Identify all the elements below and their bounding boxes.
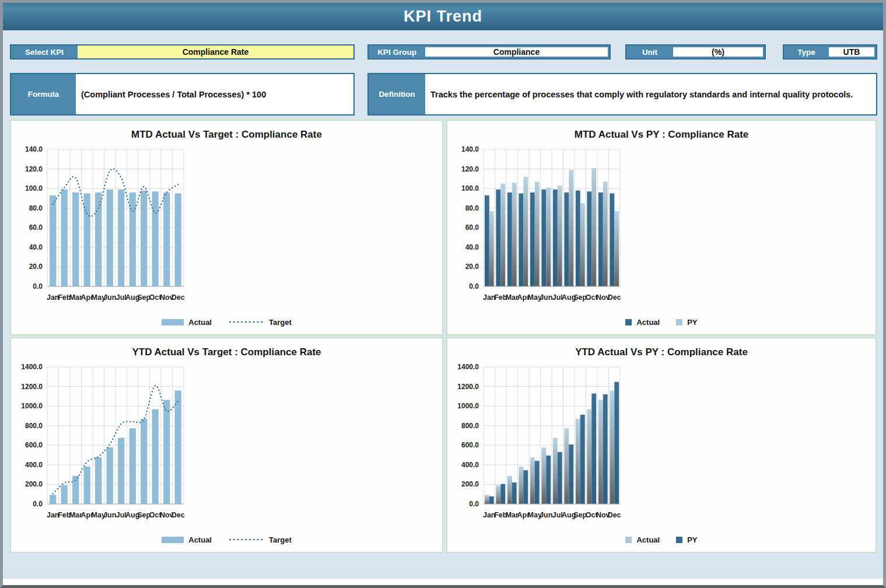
legend-item: Target bbox=[228, 536, 292, 544]
select-kpi-field: Select KPI Compliance Rate bbox=[10, 44, 355, 60]
chart-plot: 0.020.040.060.080.0100.0120.0140.0JanFeb… bbox=[452, 146, 627, 306]
svg-text:100.0: 100.0 bbox=[461, 184, 479, 192]
formula-label: Formula bbox=[11, 74, 76, 114]
type-value: UTB bbox=[829, 47, 874, 57]
legend-dotted-line-swatch bbox=[228, 320, 264, 324]
chart-mtd-actual-vs-py: MTD Actual Vs PY : Compliance Rate 0.020… bbox=[446, 120, 877, 335]
legend-item: PY bbox=[676, 318, 697, 327]
svg-text:40.0: 40.0 bbox=[29, 243, 43, 251]
svg-text:400.0: 400.0 bbox=[25, 461, 43, 469]
kpi-group-label: KPI Group bbox=[369, 46, 425, 58]
svg-text:200.0: 200.0 bbox=[25, 480, 43, 488]
svg-text:120.0: 120.0 bbox=[461, 165, 479, 173]
legend-square-swatch-dark bbox=[676, 537, 682, 543]
svg-text:80.0: 80.0 bbox=[29, 204, 43, 212]
svg-text:0.0: 0.0 bbox=[33, 500, 43, 508]
chart-title: YTD Actual Vs Target : Compliance Rate bbox=[11, 346, 442, 358]
select-kpi-value[interactable]: Compliance Rate bbox=[78, 46, 353, 58]
legend-label-py: PY bbox=[687, 318, 697, 327]
svg-text:Dec: Dec bbox=[608, 293, 621, 302]
svg-text:1000.0: 1000.0 bbox=[457, 402, 479, 410]
svg-text:60.0: 60.0 bbox=[465, 223, 479, 232]
svg-text:1200.0: 1200.0 bbox=[21, 383, 43, 391]
legend-square-swatch-dark bbox=[625, 319, 632, 326]
legend-item: Target bbox=[228, 318, 292, 327]
chart-title: YTD Actual Vs PY : Compliance Rate bbox=[447, 346, 876, 358]
svg-text:Jul: Jul bbox=[552, 511, 563, 519]
svg-text:1000.0: 1000.0 bbox=[21, 402, 43, 410]
chart-legend: Actual Target bbox=[11, 317, 442, 327]
legend-item: Actual bbox=[625, 536, 660, 544]
legend-square-swatch-light bbox=[625, 537, 632, 543]
legend-dotted-line-swatch bbox=[228, 538, 264, 541]
svg-text:120.0: 120.0 bbox=[25, 165, 43, 173]
formula-value: (Compliant Processes / Total Processes) … bbox=[76, 74, 353, 114]
title-banner: KPI Trend bbox=[3, 3, 883, 30]
legend-label-actual: Actual bbox=[636, 318, 660, 327]
svg-text:600.0: 600.0 bbox=[461, 441, 479, 449]
page-title: KPI Trend bbox=[404, 8, 482, 26]
svg-text:400.0: 400.0 bbox=[461, 461, 479, 469]
svg-text:0.0: 0.0 bbox=[469, 500, 479, 508]
legend-label-actual: Actual bbox=[188, 536, 212, 544]
chart-plot: 0.020.040.060.080.0100.0120.0140.0JanFeb… bbox=[16, 146, 191, 306]
svg-text:Jun: Jun bbox=[540, 511, 552, 519]
chart-title: MTD Actual Vs PY : Compliance Rate bbox=[447, 129, 876, 141]
svg-text:Dec: Dec bbox=[608, 511, 621, 519]
legend-item: Actual bbox=[162, 536, 212, 544]
chart-ytd-actual-vs-target: YTD Actual Vs Target : Compliance Rate 0… bbox=[10, 337, 443, 553]
svg-text:Dec: Dec bbox=[171, 293, 185, 302]
svg-text:800.0: 800.0 bbox=[25, 422, 43, 430]
svg-text:Jul: Jul bbox=[116, 511, 127, 519]
svg-text:80.0: 80.0 bbox=[465, 204, 479, 212]
legend-item: Actual bbox=[625, 318, 660, 327]
svg-text:Jul: Jul bbox=[116, 293, 127, 302]
svg-text:Jun: Jun bbox=[103, 511, 116, 519]
svg-text:Dec: Dec bbox=[171, 511, 185, 519]
svg-text:600.0: 600.0 bbox=[25, 441, 43, 449]
kpi-group-field: KPI Group Compliance bbox=[367, 44, 611, 60]
legend-label-actual: Actual bbox=[188, 318, 212, 327]
kpi-group-value: Compliance bbox=[425, 47, 608, 57]
definition-value: Tracks the percentage of processes that … bbox=[425, 74, 876, 114]
bottom-spreadsheet-row bbox=[3, 578, 883, 585]
chart-title: MTD Actual Vs Target : Compliance Rate bbox=[11, 129, 442, 141]
chart-legend: Actual PY bbox=[447, 317, 876, 327]
svg-text:0.0: 0.0 bbox=[469, 282, 479, 290]
legend-label-actual: Actual bbox=[636, 536, 660, 544]
unit-field: Unit (%) bbox=[625, 44, 766, 60]
legend-square-swatch-light bbox=[676, 319, 682, 326]
chart-legend: Actual PY bbox=[447, 534, 876, 545]
formula-field: Formula (Compliant Processes / Total Pro… bbox=[10, 73, 355, 116]
chart-plot: 0.0200.0400.0600.0800.01000.01200.01400.… bbox=[452, 364, 627, 524]
svg-text:60.0: 60.0 bbox=[29, 223, 43, 232]
definition-label: Definition bbox=[369, 74, 425, 114]
chart-plot: 0.0200.0400.0600.0800.01000.01200.01400.… bbox=[16, 364, 191, 524]
legend-label-target: Target bbox=[269, 536, 292, 544]
legend-label-target: Target bbox=[269, 318, 292, 327]
select-kpi-label: Select KPI bbox=[11, 46, 78, 58]
legend-item: Actual bbox=[162, 318, 212, 327]
svg-text:140.0: 140.0 bbox=[461, 146, 479, 153]
svg-text:20.0: 20.0 bbox=[465, 262, 479, 271]
svg-text:800.0: 800.0 bbox=[461, 422, 479, 430]
svg-text:200.0: 200.0 bbox=[461, 480, 479, 488]
svg-text:40.0: 40.0 bbox=[465, 243, 479, 251]
svg-text:Jun: Jun bbox=[103, 293, 116, 302]
svg-text:1400.0: 1400.0 bbox=[21, 364, 43, 371]
svg-text:Jun: Jun bbox=[540, 293, 552, 302]
chart-legend: Actual Target bbox=[11, 534, 442, 545]
dashboard-window: KPI Trend Select KPI Compliance Rate KPI… bbox=[0, 0, 886, 588]
type-field: Type UTB bbox=[783, 44, 877, 60]
svg-text:20.0: 20.0 bbox=[29, 262, 43, 271]
type-label: Type bbox=[784, 46, 829, 58]
legend-bar-swatch bbox=[162, 319, 184, 326]
legend-label-py: PY bbox=[687, 536, 697, 544]
definition-field: Definition Tracks the percentage of proc… bbox=[367, 73, 877, 116]
unit-label: Unit bbox=[626, 46, 673, 58]
svg-text:1400.0: 1400.0 bbox=[457, 364, 479, 371]
legend-bar-swatch bbox=[162, 537, 184, 543]
svg-text:100.0: 100.0 bbox=[25, 184, 43, 192]
chart-mtd-actual-vs-target: MTD Actual Vs Target : Compliance Rate 0… bbox=[10, 120, 443, 335]
unit-value: (%) bbox=[673, 47, 763, 57]
